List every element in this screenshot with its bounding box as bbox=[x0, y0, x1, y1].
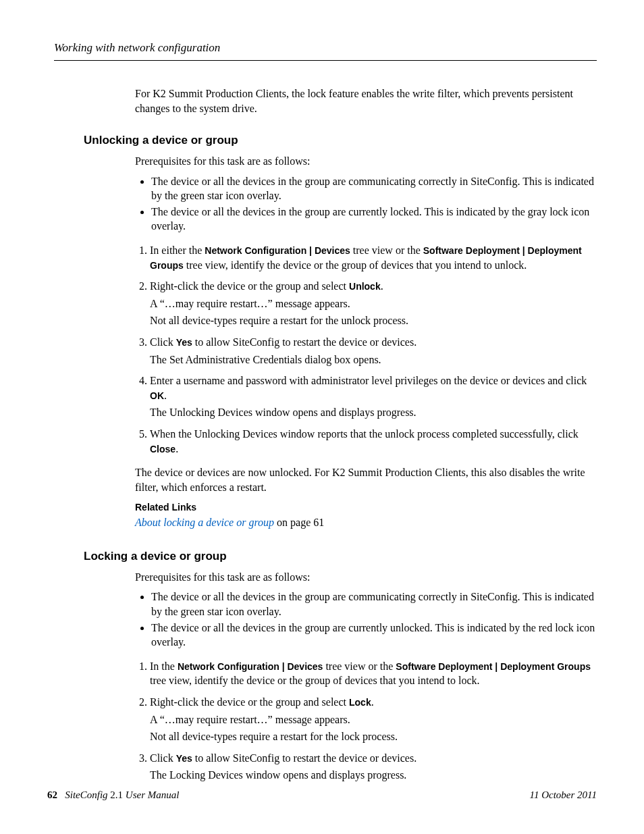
step-item: Enter a username and password with admin… bbox=[150, 373, 597, 420]
step-text: Enter a username and password with admin… bbox=[150, 375, 587, 386]
ui-label: Yes bbox=[176, 337, 192, 348]
ui-path: Network Configuration | Devices bbox=[205, 245, 350, 256]
step-subtext: The Unlocking Devices window opens and d… bbox=[150, 405, 597, 420]
step-subtext: The Set Administrative Credentials dialo… bbox=[150, 353, 597, 367]
step-text: In either the bbox=[150, 244, 205, 256]
intro-paragraph: For K2 Summit Production Clients, the lo… bbox=[135, 86, 597, 115]
ui-label: Lock bbox=[349, 697, 371, 708]
list-item: The device or all the devices in the gro… bbox=[151, 590, 597, 619]
step-subtext: A “…may require restart…” message appear… bbox=[150, 296, 597, 311]
step-item: Right-click the device or the group and … bbox=[150, 279, 597, 328]
prereq-text: Prerequisites for this task are as follo… bbox=[135, 570, 597, 585]
step-text: Click bbox=[150, 336, 176, 348]
page-footer: 62 SiteConfig 2.1 User Manual 11 October… bbox=[47, 788, 597, 802]
step-item: In either the Network Configuration | De… bbox=[150, 243, 597, 272]
closing-paragraph: The device or devices are now unlocked. … bbox=[135, 465, 597, 494]
step-item: Click Yes to allow SiteConfig to restart… bbox=[150, 335, 597, 367]
step-text: Right-click the device or the group and … bbox=[150, 696, 349, 708]
step-item: When the Unlocking Devices window report… bbox=[150, 427, 597, 456]
ui-label: Unlock bbox=[349, 281, 381, 292]
step-text: . bbox=[371, 696, 374, 708]
manual-title: User Manual bbox=[126, 789, 180, 800]
footer-date: 11 October 2011 bbox=[530, 788, 597, 802]
related-link-line: About locking a device or group on page … bbox=[135, 515, 597, 530]
prereq-list: The device or all the devices in the gro… bbox=[135, 174, 597, 234]
steps-list: In either the Network Configuration | De… bbox=[135, 243, 597, 456]
step-item: Right-click the device or the group and … bbox=[150, 695, 597, 744]
step-item: Click Yes to allow SiteConfig to restart… bbox=[150, 751, 597, 783]
step-text: Right-click the device or the group and … bbox=[150, 280, 349, 292]
ui-label: Yes bbox=[176, 753, 192, 764]
step-text: tree view, identify the device or the gr… bbox=[150, 675, 480, 686]
step-text: tree view or the bbox=[350, 244, 423, 256]
step-text: . bbox=[381, 280, 383, 292]
prereq-list: The device or all the devices in the gro… bbox=[135, 590, 597, 649]
list-item: The device or all the devices in the gro… bbox=[151, 621, 597, 650]
product-name: SiteConfig bbox=[65, 789, 107, 800]
step-text: . bbox=[176, 443, 178, 454]
step-text: In the bbox=[150, 660, 178, 672]
section-heading-unlocking: Unlocking a device or group bbox=[84, 133, 597, 149]
list-item: The device or all the devices in the gro… bbox=[151, 174, 597, 203]
step-text: to allow SiteConfig to restart the devic… bbox=[192, 336, 417, 348]
step-subtext: Not all device-types require a restart f… bbox=[150, 313, 597, 328]
ui-label: OK bbox=[150, 390, 164, 401]
step-text: tree view or the bbox=[323, 660, 396, 672]
related-link[interactable]: About locking a device or group bbox=[135, 517, 274, 528]
step-text: When the Unlocking Devices window report… bbox=[150, 428, 579, 440]
step-subtext: A “…may require restart…” message appear… bbox=[150, 712, 597, 727]
step-item: In the Network Configuration | Devices t… bbox=[150, 659, 597, 688]
footer-left: 62 SiteConfig 2.1 User Manual bbox=[47, 788, 179, 802]
steps-list: In the Network Configuration | Devices t… bbox=[135, 659, 597, 783]
product-version: 2.1 bbox=[108, 789, 126, 800]
list-item: The device or all the devices in the gro… bbox=[151, 205, 597, 234]
step-subtext: Not all device-types require a restart f… bbox=[150, 729, 597, 744]
step-subtext: The Locking Devices window opens and dis… bbox=[150, 768, 597, 783]
running-head: Working with network configuration bbox=[54, 41, 597, 61]
ui-label: Close bbox=[150, 444, 176, 454]
related-link-tail: on page 61 bbox=[274, 517, 324, 528]
step-text: . bbox=[164, 390, 167, 401]
step-text: tree view, identify the device or the gr… bbox=[184, 259, 527, 271]
section-heading-locking: Locking a device or group bbox=[84, 549, 597, 565]
ui-path: Software Deployment | Deployment Groups bbox=[396, 661, 591, 672]
related-links-heading: Related Links bbox=[135, 501, 597, 514]
prereq-text: Prerequisites for this task are as follo… bbox=[135, 154, 597, 169]
page-number: 62 bbox=[47, 789, 57, 800]
step-text: Click bbox=[150, 752, 176, 764]
step-text: to allow SiteConfig to restart the devic… bbox=[192, 752, 417, 764]
ui-path: Network Configuration | Devices bbox=[178, 661, 323, 672]
